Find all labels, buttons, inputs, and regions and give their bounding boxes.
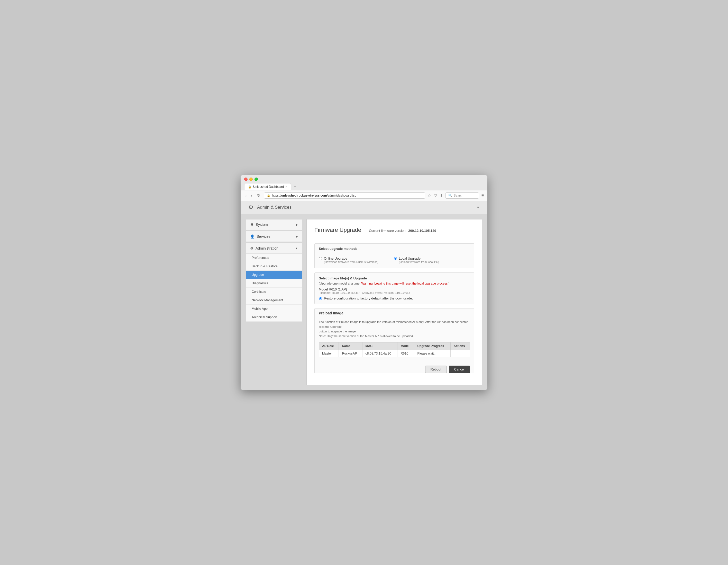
traffic-light-green[interactable] [254,177,258,181]
sidebar-section-system: 🖥 System ▶ [246,219,302,230]
warning-row: (Upgrade one model at a time. Warning: L… [319,282,470,285]
col-model: Model [397,342,414,350]
cancel-button[interactable]: Cancel [449,366,470,373]
sidebar-item-mobile-app[interactable]: Mobile App [246,305,302,313]
refresh-button[interactable]: ↻ [256,193,261,198]
online-upgrade-option[interactable]: Online Upgrade (Download firmware from R… [319,256,378,263]
new-tab-button[interactable]: + [292,183,299,190]
local-upgrade-label-block: Local Upgrade (Upload firmware from loca… [399,256,439,263]
preload-table: AP Role Name MAC Model Upgrade Progress … [319,342,470,357]
col-name: Name [339,342,362,350]
cell-ap-role: Master [319,350,339,357]
system-icon: 🖥 [250,222,254,227]
sidebar-section-administration: ⚙ Administration ▼ Preferences Backup & … [246,243,302,322]
action-buttons: Reboot Cancel [315,366,474,373]
local-upgrade-option[interactable]: Local Upgrade (Upload firmware from loca… [394,256,439,263]
cell-model: R610 [397,350,414,357]
select-image-section: Select image file(s) & Upgrade (Upgrade … [314,272,474,304]
reboot-button[interactable]: Reboot [425,366,447,373]
online-upgrade-label-block: Online Upgrade (Download firmware from R… [324,256,378,263]
cell-mac: c8:08:73:15:4a:90 [362,350,397,357]
restore-label: Restore configuration to factory default… [324,297,413,300]
download-icon[interactable]: ⬇ [440,193,443,197]
address-actions: ☆ 🛡 ⬇ [428,193,443,197]
tab-close-button[interactable]: × [285,185,287,188]
sidebar-item-certificate[interactable]: Certificate [246,288,302,296]
warning-text: Warning: Leaving this page will reset th… [361,282,448,285]
model-name: Model R610 (1 AP) [319,288,470,291]
table-row: Master RuckusAP c8:08:73:15:4a:90 R610 P… [319,350,470,357]
sidebar-system-header[interactable]: 🖥 System ▶ [246,219,302,230]
preload-image-section: Preload Image The function of Preload Im… [314,308,474,373]
local-upgrade-radio[interactable] [394,257,397,260]
sidebar-services-header[interactable]: 👤 Services ▶ [246,231,302,241]
browser-tab-active[interactable]: 🔒 Unleashed Dashboard × [244,183,291,190]
col-ap-role: AP Role [319,342,339,350]
traffic-light-red[interactable] [244,177,248,181]
tab-title: Unleashed Dashboard [253,185,284,188]
browser-window: 🔒 Unleashed Dashboard × + ‹ › ↻ 🔒 https:… [241,175,487,390]
services-arrow-icon: ▶ [296,235,298,238]
system-arrow-icon: ▶ [296,223,298,226]
online-upgrade-radio[interactable] [319,257,322,260]
app-header: ⚙ Admin & Services ▼ [241,201,487,214]
services-icon: 👤 [250,234,254,238]
sidebar-section-services: 👤 Services ▶ [246,231,302,242]
page-title: Firmware Upgrade [314,227,361,233]
preload-title: Preload Image [315,309,474,317]
traffic-light-yellow[interactable] [249,177,253,181]
search-label: Search [454,194,463,197]
warning-suffix: ) [449,282,450,285]
administration-arrow-icon: ▼ [295,247,298,250]
url-protocol: https:// [272,194,281,197]
search-icon: 🔍 [448,194,452,197]
table-header-row: AP Role Name MAC Model Upgrade Progress … [319,342,470,350]
traffic-lights [244,177,484,181]
tab-favicon: 🔒 [248,185,252,188]
cell-name: RuckusAP [339,350,362,357]
col-mac: MAC [362,342,397,350]
upgrade-method-radio-row: Online Upgrade (Download firmware from R… [319,256,470,263]
col-actions: Actions [450,342,470,350]
sidebar-item-upgrade[interactable]: Upgrade [246,271,302,279]
warning-prefix: (Upgrade one model at a time. [319,282,361,285]
firmware-version-number: 200.12.10.105.129 [408,229,436,232]
bookmark-icon[interactable]: ☆ [428,193,431,197]
cell-progress: Please wait... [414,350,450,357]
sidebar-item-diagnostics[interactable]: Diagnostics [246,279,302,288]
model-filename: Filename: R610_110.0.0.663.bl7 (12687356… [319,291,470,294]
address-bar[interactable]: 🔒 https://unleashed.ruckuswireless.com/a… [264,192,425,199]
shield-icon: 🛡 [434,193,437,197]
select-image-body: Select image file(s) & Upgrade (Upgrade … [315,273,474,304]
sidebar-item-preferences[interactable]: Preferences [246,254,302,262]
sidebar-item-network-management[interactable]: Network Management [246,296,302,305]
browser-menu-button[interactable]: ≡ [481,193,484,198]
model-info: Model R610 (1 AP) Filename: R610_110.0.0… [319,288,470,294]
main-layout: 🖥 System ▶ 👤 Services ▶ ⚙ [241,214,487,390]
header-title: Admin & Services [257,205,292,210]
firmware-label: Current firmware version: [369,229,406,232]
forward-button[interactable]: › [250,193,253,198]
upgrade-method-legend: Select upgrade method: [315,244,474,253]
restore-option[interactable]: Restore configuration to factory default… [319,297,470,300]
sidebar: 🖥 System ▶ 👤 Services ▶ ⚙ [246,219,302,385]
back-button[interactable]: ‹ [244,193,248,198]
sidebar-item-technical-support[interactable]: Technical Support [246,313,302,322]
restore-radio[interactable] [319,297,322,300]
online-upgrade-sub-label: (Download firmware from Ruckus Wireless) [324,260,378,263]
header-dropdown-icon[interactable]: ▼ [476,205,480,209]
sidebar-system-label: System [256,222,294,227]
page-header: Firmware Upgrade Current firmware versio… [314,227,474,237]
sidebar-administration-label: Administration [256,246,293,250]
online-upgrade-label: Online Upgrade [324,256,378,260]
browser-chrome: 🔒 Unleashed Dashboard × + [241,175,487,190]
preload-desc-line3: Note: Only the same version of the Maste… [319,335,414,338]
preload-table-wrapper: AP Role Name MAC Model Upgrade Progress … [315,342,474,362]
sidebar-administration-header[interactable]: ⚙ Administration ▼ [246,243,302,253]
sidebar-services-label: Services [257,234,294,238]
administration-menu: Preferences Backup & Restore Upgrade Dia… [246,253,302,322]
admin-gear-icon: ⚙ [248,204,253,211]
search-box[interactable]: 🔍 Search [445,192,479,199]
sidebar-item-backup-restore[interactable]: Backup & Restore [246,262,302,271]
local-upgrade-label: Local Upgrade [399,256,439,260]
